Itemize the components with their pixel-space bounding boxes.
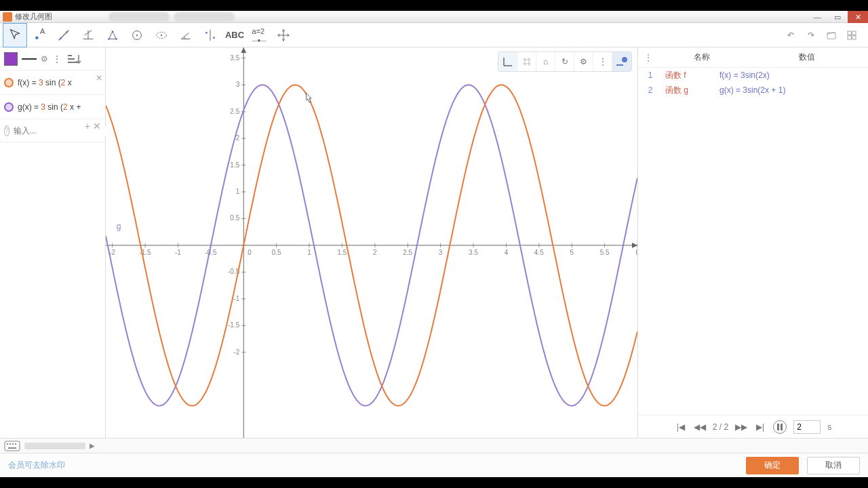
svg-text:1: 1: [307, 249, 311, 256]
table-menu-icon[interactable]: ⋮: [638, 53, 658, 62]
table-row[interactable]: 1函数 ff(x) = 3sin(2x): [638, 68, 868, 83]
ellipse-tool[interactable]: [149, 23, 174, 47]
formula-g: g(x) = 3 sin (2 x +: [18, 102, 81, 112]
settings-icon[interactable]: ⚙: [41, 54, 48, 64]
svg-text:3.5: 3.5: [469, 249, 478, 256]
home-button[interactable]: ⌂: [536, 52, 555, 71]
svg-text:3: 3: [439, 249, 443, 256]
h-scrollbar[interactable]: [24, 443, 85, 449]
trace-button[interactable]: [612, 52, 631, 71]
algebra-panel: ⚙ ⋮ f(x) = 3 sin (2 x ✕ g(x) = 3 sin (2 …: [0, 47, 106, 438]
input-row: ? + ✕: [0, 119, 105, 142]
row-index: 1: [642, 70, 658, 80]
undo-button[interactable]: ↶: [783, 27, 799, 43]
svg-text:5.5: 5.5: [600, 249, 610, 256]
grid-toggle[interactable]: [517, 52, 536, 71]
titlebar[interactable]: 修改几何图 — ▭ ✕: [0, 11, 868, 23]
axes-toggle[interactable]: [498, 52, 517, 71]
svg-rect-85: [781, 424, 783, 430]
svg-text:A: A: [40, 28, 45, 35]
visibility-dot-icon[interactable]: [4, 78, 14, 87]
perpendicular-tool[interactable]: [76, 23, 100, 47]
minimize-button[interactable]: —: [807, 11, 827, 23]
keyboard-icon[interactable]: [4, 441, 20, 451]
app-window: 修改几何图 — ▭ ✕ A ABC a=2—●— ↶ ↷: [0, 11, 868, 477]
svg-point-17: [213, 37, 215, 39]
time-unit: s: [827, 422, 831, 432]
svg-rect-84: [777, 424, 779, 430]
time-input[interactable]: [793, 420, 821, 434]
svg-rect-19: [848, 31, 851, 35]
svg-rect-88: [9, 443, 11, 445]
svg-text:0.5: 0.5: [272, 249, 281, 256]
color-picker[interactable]: [4, 52, 18, 66]
graph-view[interactable]: ⌂ ↻ ⚙ ⋮ -2-1.5-1-0.50.511.522.533.544.55…: [106, 47, 637, 438]
plot-canvas[interactable]: -2-1.5-1-0.50.511.522.533.544.555.56-2-1…: [106, 47, 637, 438]
first-button[interactable]: |◀: [675, 421, 687, 433]
graph-settings-button[interactable]: ⚙: [574, 52, 593, 71]
svg-rect-21: [848, 35, 851, 39]
animation-controls: |◀ ◀◀ 2 / 2 ▶▶ ▶| s: [638, 415, 868, 438]
svg-text:-2: -2: [233, 348, 239, 356]
redo-button[interactable]: ↷: [803, 27, 819, 43]
object-table-panel: ⋮ 名称 数值 1函数 ff(x) = 3sin(2x)2函数 gg(x) = …: [637, 47, 868, 438]
watermark-link[interactable]: 会员可去除水印: [8, 460, 65, 471]
function-row-f[interactable]: f(x) = 3 sin (2 x ✕: [0, 70, 105, 95]
polygon-tool[interactable]: [100, 23, 125, 47]
layout-button[interactable]: [844, 27, 860, 43]
svg-text:2: 2: [373, 249, 377, 256]
angle-tool[interactable]: [174, 23, 198, 47]
circle-tool[interactable]: [125, 23, 149, 47]
svg-rect-20: [852, 31, 856, 35]
document-tabs[interactable]: [108, 11, 235, 23]
formula-f: f(x) = 3 sin (2 x: [18, 78, 72, 87]
graph-menu-button[interactable]: ⋮: [593, 52, 612, 71]
document-tab[interactable]: [108, 12, 170, 22]
main-area: ⚙ ⋮ f(x) = 3 sin (2 x ✕ g(x) = 3 sin (2 …: [0, 47, 868, 438]
svg-text:0: 0: [248, 249, 252, 256]
help-icon[interactable]: ?: [4, 125, 9, 136]
svg-text:2: 2: [236, 134, 240, 142]
close-button[interactable]: ✕: [848, 11, 868, 23]
open-button[interactable]: [823, 27, 840, 43]
line-style-picker[interactable]: [22, 58, 37, 60]
app-icon: [3, 12, 12, 22]
pause-button[interactable]: [773, 420, 787, 434]
svg-text:3.5: 3.5: [230, 54, 239, 62]
next-button[interactable]: ▶▶: [735, 421, 747, 433]
document-tab[interactable]: [174, 12, 235, 22]
visibility-dot-icon[interactable]: [4, 102, 14, 112]
delete-icon[interactable]: ✕: [96, 73, 102, 83]
more-icon[interactable]: ⋮: [52, 54, 62, 64]
point-tool[interactable]: A: [27, 23, 52, 47]
reflect-tool[interactable]: [198, 23, 222, 47]
svg-text:-1: -1: [175, 249, 181, 256]
last-button[interactable]: ▶|: [754, 421, 766, 433]
table-row[interactable]: 2函数 gg(x) = 3sin(2x + 1): [638, 83, 868, 98]
line-tool[interactable]: [52, 23, 76, 47]
svg-text:1.5: 1.5: [337, 249, 347, 256]
svg-point-8: [108, 38, 110, 40]
cancel-button[interactable]: 取消: [807, 457, 860, 474]
reload-button[interactable]: ↻: [555, 52, 574, 71]
text-tool[interactable]: ABC: [222, 23, 247, 47]
col-name: 名称: [658, 52, 746, 63]
maximize-button[interactable]: ▭: [827, 11, 848, 23]
clear-icon[interactable]: ✕: [93, 121, 101, 131]
style-bar: ⚙ ⋮: [0, 47, 105, 70]
ok-button[interactable]: 确定: [746, 457, 799, 474]
svg-rect-22: [852, 35, 856, 39]
svg-text:2.5: 2.5: [230, 108, 239, 115]
move-view-tool[interactable]: [271, 23, 296, 47]
svg-point-0: [35, 36, 39, 39]
add-icon[interactable]: +: [85, 121, 90, 131]
svg-text:-0.5: -0.5: [205, 249, 217, 256]
function-row-g[interactable]: g(x) = 3 sin (2 x +: [0, 95, 105, 119]
scroll-right-icon[interactable]: ▶: [90, 442, 95, 449]
prev-button[interactable]: ◀◀: [694, 421, 706, 433]
sort-icon[interactable]: [66, 52, 83, 66]
keyboard-bar: ▶: [0, 438, 868, 453]
svg-text:2.5: 2.5: [403, 249, 412, 256]
slider-tool[interactable]: a=2—●—: [247, 23, 271, 47]
pointer-tool[interactable]: [3, 23, 27, 47]
